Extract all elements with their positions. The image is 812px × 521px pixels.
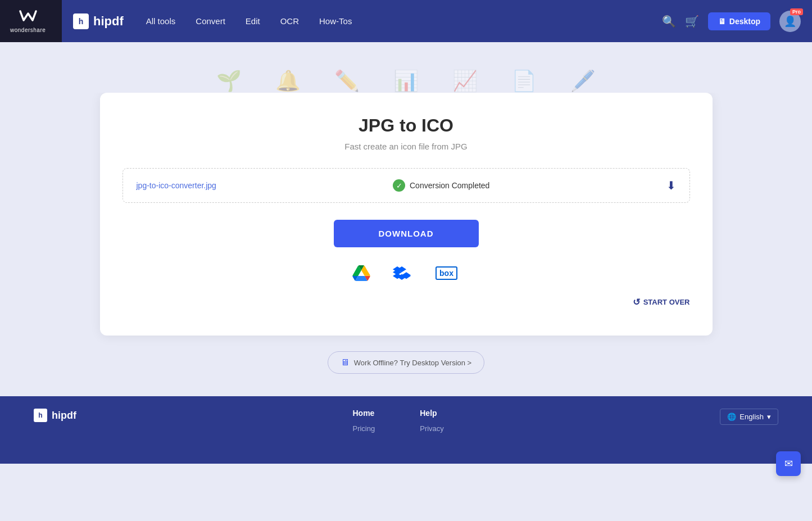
nav-ocr[interactable]: OCR: [280, 16, 299, 26]
footer-col-home: Home Pricing: [352, 409, 375, 433]
wondershare-label: wondershare: [10, 27, 46, 33]
footer-links: Home Pricing Help Privacy: [352, 409, 443, 433]
user-avatar-wrap[interactable]: 👤 Pro: [779, 11, 801, 32]
hero-illustrations: 🌱 🔔 ✏️ 📊 📈 📄 🖊️: [216, 69, 596, 93]
hipdf-icon: h: [73, 13, 89, 29]
file-row: jpg-to-ico-converter.jpg ✓ Conversion Co…: [123, 168, 690, 203]
main-container: JPG to ICO Fast create an icon file from…: [89, 93, 724, 396]
navbar: wondershare h hipdf All tools Convert Ed…: [0, 0, 812, 42]
illus-chart: 📊: [393, 69, 419, 93]
hipdf-logo[interactable]: h hipdf: [73, 13, 124, 29]
desktop-button[interactable]: 🖥 Desktop: [708, 12, 770, 30]
wondershare-logo: wondershare: [10, 9, 46, 33]
page-title: JPG to ICO: [123, 115, 690, 136]
footer-help-title: Help: [420, 409, 444, 418]
offline-monitor-icon: 🖥: [341, 357, 350, 368]
language-label: English: [740, 413, 764, 421]
conversion-status: ✓ Conversion Completed: [393, 179, 489, 192]
footer-privacy-link[interactable]: Privacy: [420, 424, 444, 433]
cart-icon: 🛒: [685, 15, 699, 28]
language-selector[interactable]: 🌐 English ▾: [720, 409, 778, 425]
nav-edit[interactable]: Edit: [246, 16, 260, 26]
chevron-down-icon: ▾: [767, 413, 771, 421]
nav-convert[interactable]: Convert: [196, 16, 225, 26]
converter-card: JPG to ICO Fast create an icon file from…: [100, 93, 713, 336]
illus-lamp: 🔔: [275, 69, 301, 93]
start-over-row: ↺ START OVER: [123, 297, 690, 307]
dropbox-button[interactable]: [389, 261, 414, 286]
page-subtitle: Fast create an icon file from JPG: [123, 142, 690, 151]
illus-doc: 📄: [511, 69, 537, 93]
footer-logo[interactable]: h hipdf: [34, 409, 76, 422]
status-text: Conversion Completed: [410, 181, 489, 190]
illus-quill: 🖊️: [570, 69, 596, 93]
footer-logo-icon: h: [34, 409, 47, 422]
hero-background: 🌱 🔔 ✏️ 📊 📈 📄 🖊️: [0, 42, 812, 93]
footer-logo-text: hipdf: [52, 410, 76, 422]
check-icon: ✓: [393, 179, 405, 192]
nav-links: All tools Convert Edit OCR How-Tos: [146, 16, 662, 26]
nav-how-tos[interactable]: How-Tos: [319, 16, 352, 26]
cart-button[interactable]: 🛒: [685, 15, 699, 28]
box-button[interactable]: box: [430, 261, 464, 286]
globe-icon: 🌐: [727, 413, 736, 421]
pro-badge: Pro: [790, 8, 803, 15]
refresh-icon: ↺: [633, 297, 640, 307]
brand-logo[interactable]: wondershare: [0, 0, 62, 42]
nav-all-tools[interactable]: All tools: [146, 16, 176, 26]
footer-col-help: Help Privacy: [420, 409, 444, 433]
download-icon: ⬇: [666, 179, 676, 192]
dropbox-icon: [393, 264, 411, 282]
box-icon: box: [436, 266, 457, 280]
mail-icon: ✉: [784, 457, 793, 470]
search-icon: 🔍: [662, 15, 676, 28]
search-button[interactable]: 🔍: [662, 15, 676, 28]
mail-float-button[interactable]: ✉: [776, 451, 801, 476]
offline-text: Work Offline? Try Desktop Version >: [354, 359, 471, 367]
start-over-button[interactable]: ↺ START OVER: [633, 297, 690, 307]
download-button[interactable]: DOWNLOAD: [334, 220, 479, 247]
offline-banner: 🖥 Work Offline? Try Desktop Version >: [100, 351, 713, 374]
google-drive-button[interactable]: [349, 261, 374, 286]
footer-pricing-link[interactable]: Pricing: [352, 424, 375, 433]
illus-pencils: ✏️: [334, 69, 360, 93]
illus-plant: 🌱: [216, 69, 242, 93]
monitor-icon: 🖥: [718, 17, 726, 26]
file-name: jpg-to-ico-converter.jpg: [137, 181, 216, 190]
file-download-button[interactable]: ⬇: [666, 179, 676, 192]
nav-actions: 🔍 🛒 🖥 Desktop 👤 Pro: [662, 11, 801, 32]
illus-monitor: 📈: [452, 69, 478, 93]
google-drive-icon: [352, 265, 370, 281]
offline-pill[interactable]: 🖥 Work Offline? Try Desktop Version >: [328, 351, 484, 374]
cloud-save-options: box: [123, 261, 690, 286]
hipdf-text: hipdf: [93, 14, 124, 29]
footer: h hipdf Home Pricing Help Privacy 🌐 Engl…: [0, 396, 812, 464]
footer-home-title: Home: [352, 409, 375, 418]
